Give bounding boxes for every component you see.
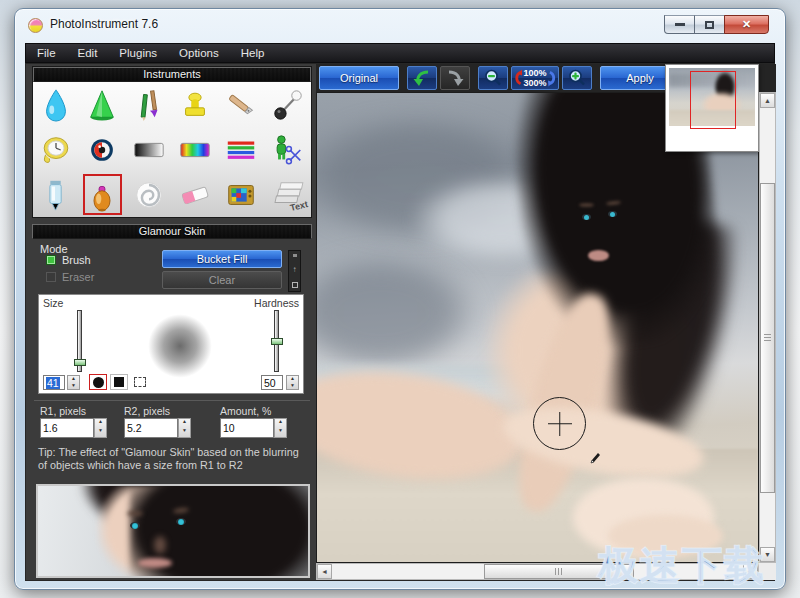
instruments-header[interactable]: Instruments (33, 67, 311, 82)
glamour-skin-title[interactable]: Glamour Skin (32, 224, 312, 239)
menu-item-options[interactable]: Options (168, 45, 230, 61)
amount-field[interactable]: 10 ▲▼ (220, 418, 287, 438)
tool-rainbow-gradient[interactable] (172, 127, 218, 172)
brush-softness-preview (147, 313, 213, 379)
navigator-viewport[interactable] (690, 71, 736, 129)
spinner-down-icon[interactable]: ▼ (179, 428, 190, 437)
spinner-down-icon[interactable]: ▼ (287, 383, 298, 390)
r1-input[interactable]: 1.6 (40, 418, 94, 438)
hardness-slider-thumb[interactable] (271, 338, 283, 345)
glamour-skin-panel-header: Glamour Skin (32, 224, 312, 239)
window-title: PhotoInstrument 7.6 (50, 17, 158, 31)
tool-grid: Text (33, 82, 311, 217)
tool-color-lines[interactable] (218, 127, 264, 172)
color-lines-icon (224, 131, 258, 169)
tool-red-eye[interactable] (79, 127, 125, 172)
r1-field[interactable]: 1.6 ▲▼ (40, 418, 107, 438)
preview-nose-shadow (154, 536, 166, 554)
r2-value: 5.2 (127, 422, 142, 434)
minimize-button[interactable] (664, 15, 695, 34)
photo-canvas[interactable] (316, 92, 759, 563)
zoom-in-button[interactable] (562, 66, 592, 90)
tool-eraser[interactable] (172, 172, 218, 217)
marquee-button[interactable] (131, 374, 149, 390)
undo-button[interactable] (407, 66, 437, 90)
navigator-panel[interactable] (665, 64, 759, 152)
brush-mode-checkbox[interactable]: Brush (46, 254, 91, 266)
square-brush-button[interactable] (110, 374, 128, 390)
instruments-panel: Instruments (32, 66, 312, 218)
zoom-level-300: 300% (523, 78, 546, 88)
amount-label: Amount, % (220, 405, 271, 417)
r2-input[interactable]: 5.2 (124, 418, 178, 438)
zoom-level-button[interactable]: 100% 300% (511, 66, 559, 90)
photo-eye (582, 214, 591, 220)
size-spinner[interactable]: ▲▼ (67, 375, 80, 390)
pin-icon (271, 86, 305, 124)
tool-scalpel[interactable] (218, 82, 264, 127)
tool-clone-scissors[interactable] (265, 127, 311, 172)
brush-mode-label: Brush (62, 254, 91, 266)
size-label: Size (43, 297, 63, 309)
amount-spinner[interactable]: ▲▼ (274, 418, 287, 438)
size-slider[interactable] (77, 310, 82, 372)
redo-button[interactable] (440, 66, 470, 90)
hardness-value-input[interactable]: 50 (261, 375, 283, 390)
eraser-mode-label: Eraser (62, 271, 94, 283)
spiral-lamp-icon (132, 176, 166, 214)
r1-spinner[interactable]: ▲▼ (94, 418, 107, 438)
tool-pencil-brush[interactable] (126, 82, 172, 127)
r2-field[interactable]: 5.2 ▲▼ (124, 418, 191, 438)
spinner-down-icon[interactable]: ▼ (95, 428, 106, 437)
glamour-skin-bottle-icon (85, 176, 119, 214)
tool-pin[interactable] (265, 82, 311, 127)
panel-mini-toolbar[interactable]: ↑ (288, 250, 301, 292)
tool-tube[interactable] (33, 172, 79, 217)
scroll-up-button[interactable]: ▲ (760, 93, 775, 108)
vertical-scrollbar[interactable]: ▲ ▼ (759, 92, 776, 563)
r2-label: R2, pixels (124, 405, 170, 417)
scroll-left-button[interactable]: ◄ (317, 564, 332, 579)
brush-cursor (533, 397, 586, 450)
r2-spinner[interactable]: ▲▼ (178, 418, 191, 438)
tool-text-layers[interactable]: Text (265, 172, 311, 217)
tool-drop[interactable] (33, 82, 79, 127)
amount-value: 10 (223, 422, 235, 434)
eraser-mode-checkbox[interactable]: Eraser (46, 271, 94, 283)
size-value: 41 (46, 377, 60, 389)
menu-item-help[interactable]: Help (230, 45, 276, 61)
close-button[interactable]: ✕ (724, 15, 769, 34)
round-brush-button[interactable] (89, 374, 107, 390)
menu-item-plugins[interactable]: Plugins (108, 45, 168, 61)
tool-liquify-clock[interactable] (33, 127, 79, 172)
checkbox-unchecked-icon (46, 272, 56, 282)
tool-mosaic-tv[interactable] (218, 172, 264, 217)
original-button[interactable]: Original (319, 66, 399, 90)
hardness-slider[interactable] (274, 310, 279, 372)
tool-stamp[interactable] (172, 82, 218, 127)
maximize-button[interactable] (694, 15, 725, 34)
zoom-out-icon (483, 68, 503, 88)
menu-item-file[interactable]: File (26, 45, 67, 61)
vertical-scrollbar-thumb[interactable] (760, 183, 775, 493)
size-slider-thumb[interactable] (74, 359, 86, 366)
spinner-down-icon[interactable]: ▼ (68, 383, 79, 390)
hardness-spinner[interactable]: ▲▼ (286, 375, 299, 390)
tool-glamour-skin[interactable] (79, 172, 125, 217)
zoom-out-button[interactable] (478, 66, 508, 90)
arrow-up-icon: ▲ (764, 97, 771, 104)
bucket-fill-button[interactable]: Bucket Fill (162, 250, 282, 268)
menu-item-edit[interactable]: Edit (67, 45, 109, 61)
titlebar[interactable]: PhotoInstrument 7.6 ✕ (15, 9, 785, 39)
tool-cone[interactable] (79, 82, 125, 127)
maximize-icon (705, 21, 714, 29)
rotate-right-icon (548, 68, 558, 88)
spinner-down-icon[interactable]: ▼ (275, 428, 286, 437)
clear-button[interactable]: Clear (162, 271, 282, 289)
content-area: Instruments (25, 63, 775, 581)
amount-input[interactable]: 10 (220, 418, 274, 438)
tip-text: Tip: The effect of "Glamour Skin" based … (38, 446, 306, 472)
tool-spiral-lamp[interactable] (126, 172, 172, 217)
tool-bw-gradient[interactable] (126, 127, 172, 172)
size-value-input[interactable]: 41 (43, 375, 65, 390)
